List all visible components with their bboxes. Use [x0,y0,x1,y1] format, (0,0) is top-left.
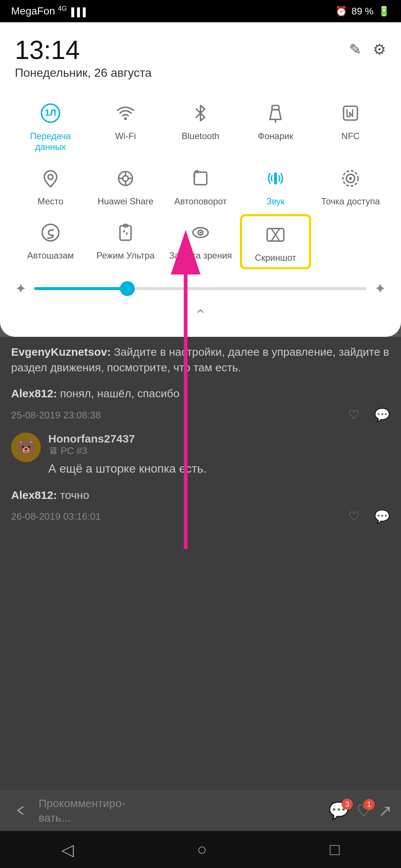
toggle-shazam[interactable]: Автошазам [15,214,86,269]
svg-rect-20 [120,226,131,240]
toggle-autorotate[interactable]: Автоповорот [165,160,236,211]
toggle-ultramode[interactable]: Режим Ультра [90,214,161,269]
chat-comment-3: Alex812: точно 26-08-2019 03:16:01 ♡ 💬 [11,487,390,524]
chat-comment-2: Alex812: понял, нашёл, спасибо 25-08-201… [11,386,390,422]
data-transfer-icon: 1Л [40,103,61,124]
like-icon-1[interactable]: ♡ [348,407,359,422]
location-icon [40,168,61,189]
back-chat-icon [13,803,27,818]
reply-icon-1[interactable]: 💬 [374,407,390,422]
chat-message-honorfans: А ещё а шторке кнопка есть. [48,460,390,477]
toggle-huaweishare[interactable]: Huawei Share [90,160,161,211]
toggle-hotspot[interactable]: Точка доступа [315,160,386,211]
huaweishare-label: Huawei Share [98,196,154,207]
svg-marker-4 [270,110,281,119]
wifi-icon-wrap [111,98,140,128]
chat-text-2: Alex812: понял, нашёл, спасибо [11,386,390,401]
svg-point-7 [48,174,53,179]
toggle-flashlight[interactable]: Фонарик [240,95,311,156]
brightness-row: ✦ ✦ [15,280,386,297]
screenshot-label: Скриншот [255,253,296,263]
carrier-name: MegaFon [11,6,55,17]
autorotate-label: Автоповорот [174,196,227,207]
edit-icon[interactable]: ✎ [349,41,362,58]
current-date: Понедельник, 26 августа [15,66,151,80]
status-bar: MegaFon 4G ▌▌▌ ⏰ 89 % 🔋 [0,0,401,22]
bottom-input-bar: Прокомментиро-вать... 💬 3 ♡ 1 ↗ [0,790,401,831]
like-icon-2[interactable]: ♡ [348,509,359,524]
back-icon[interactable] [9,799,31,822]
signal-icon: ▌▌▌ [71,7,89,17]
ultramode-icon-wrap [111,218,140,247]
sound-icon-wrap [261,164,290,193]
current-time: 13:14 [15,37,151,63]
screenshot-icon [265,224,286,245]
bottom-action-icons: 💬 3 ♡ 1 ↗ [329,801,392,820]
nfc-icon [340,103,361,124]
toggle-data[interactable]: 1Л Передача данных [15,95,86,156]
data-label: Передача данных [16,131,85,152]
flashlight-label: Фонарик [258,131,293,142]
chat-tags-honorfans: 🖥 РС #3 [48,445,390,457]
brightness-fill [34,287,127,290]
author-3: Alex812: [11,489,57,501]
avatar-honorfans: 🐻 [11,433,41,462]
toggle-wifi[interactable]: Wi-Fi [90,95,161,156]
settings-icon[interactable]: ⚙ [373,41,386,58]
huaweishare-icon-wrap [111,164,140,193]
flashlight-icon [265,103,286,124]
comment-input[interactable]: Прокомментиро-вать... [39,796,321,825]
notification-panel: 13:14 Понедельник, 26 августа ✎ ⚙ 1Л Пер… [0,22,401,337]
toggle-nfc[interactable]: NFC [315,95,386,156]
brightness-thumb[interactable] [120,281,135,296]
svg-point-9 [123,175,128,181]
toggle-location[interactable]: Место [15,160,86,211]
brightness-slider[interactable] [34,287,367,290]
network-type: 4G [58,5,67,12]
svg-rect-14 [194,172,207,185]
ultra-mode-icon [115,222,136,243]
toggle-screenshot[interactable]: Скриншот [240,214,311,269]
timestamp-1: 25-08-2019 23:08:38 [11,410,101,421]
location-label: Место [38,196,63,207]
likes-btn[interactable]: ♡ 1 [356,801,371,820]
likes-badge: 1 [363,799,375,810]
wifi-label: Wi-Fi [115,131,136,142]
nav-recent[interactable]: □ [330,840,340,859]
bluetooth-icon [190,103,211,124]
chat-text-3: Alex812: точно [11,487,390,503]
share-btn[interactable]: ↗ [378,801,392,820]
flashlight-icon-wrap [261,98,290,128]
comments-btn[interactable]: 💬 3 [329,801,349,820]
collapse-arrow[interactable]: ⌃ [15,304,386,326]
autorotate-icon [190,168,211,189]
toggle-sound[interactable]: Звук [240,160,311,211]
hotspot-label: Точка доступа [321,196,380,207]
sound-icon [265,168,286,189]
svg-point-18 [349,177,352,180]
reply-icon-2[interactable]: 💬 [374,509,390,524]
wifi-icon [115,103,136,124]
nfc-icon-wrap [336,98,365,128]
hotspot-icon [340,168,361,189]
toggle-bluetooth[interactable]: Bluetooth [165,95,236,156]
svg-point-2 [124,117,127,120]
svg-point-24 [199,232,202,234]
brightness-high-icon: ✦ [374,280,386,297]
chat-comment-1: EvgenyKuznetsov: Зайдите в настройки, да… [11,344,390,375]
nav-home[interactable]: ○ [197,840,207,859]
eye-protect-icon [190,222,211,243]
comments-badge: 3 [342,799,353,810]
chat-actions-1: ♡ 💬 [348,407,390,422]
nav-back[interactable]: ◁ [61,840,74,859]
autorotate-icon-wrap [186,164,215,193]
eyeprotect-icon-wrap [186,218,215,247]
hotspot-icon-wrap [336,164,365,193]
location-icon-wrap [36,164,65,193]
ultramode-label: Режим Ультра [97,250,155,261]
brightness-low-icon: ✦ [15,280,27,297]
battery-icon: 🔋 [378,6,390,17]
toggle-eyeprotect[interactable]: Защита зрения [165,214,236,269]
chat-row-honorfans: 🐻 Honorfans27437 🖥 РС #3 А ещё а шторке … [11,433,390,477]
quick-toggle-grid: 1Л Передача данных Wi-Fi [15,95,386,269]
